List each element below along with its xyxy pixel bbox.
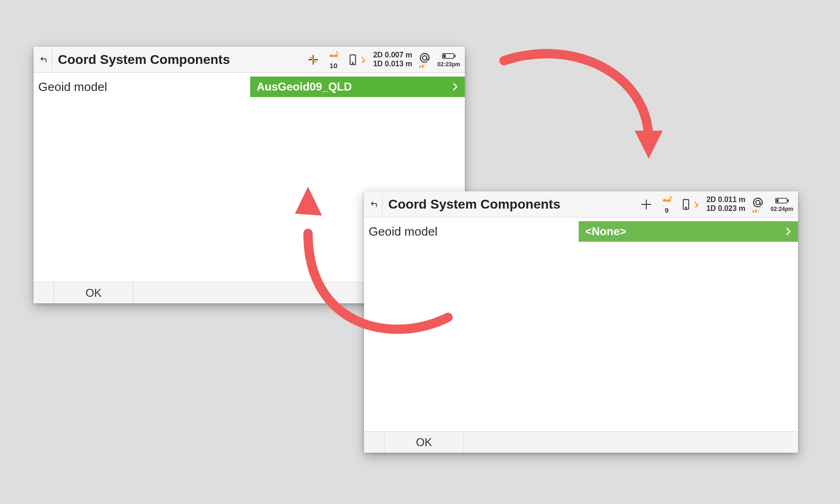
footer-spacer bbox=[34, 282, 54, 303]
status-bar: 9 2D 0.011 m 1D 0.023 m bbox=[638, 193, 793, 216]
geoid-model-picker[interactable]: AusGeoid09_QLD bbox=[250, 77, 465, 97]
battery-clock[interactable]: 02:24pm bbox=[770, 196, 793, 212]
precision-readout: 2D 0.011 m 1D 0.023 m bbox=[707, 196, 746, 213]
page-title: Coord System Components bbox=[388, 197, 560, 212]
svg-point-6 bbox=[423, 56, 427, 60]
page-title: Coord System Components bbox=[58, 52, 230, 67]
svg-rect-12 bbox=[443, 54, 445, 57]
back-button[interactable] bbox=[367, 194, 383, 215]
precision-1d: 1D 0.023 m bbox=[707, 204, 746, 213]
ok-button[interactable]: OK bbox=[385, 432, 464, 453]
chevron-right-icon bbox=[450, 82, 460, 92]
satellite-count: 10 bbox=[329, 62, 337, 70]
svg-rect-23 bbox=[787, 199, 789, 202]
precision-2d: 2D 0.011 m bbox=[707, 196, 746, 204]
radio-icon[interactable] bbox=[346, 49, 369, 71]
satellite-icon[interactable]: 10 bbox=[326, 49, 342, 71]
svg-rect-24 bbox=[776, 199, 778, 202]
precision-1d: 1D 0.013 m bbox=[373, 60, 413, 68]
svg-point-18 bbox=[756, 200, 760, 204]
footer-spacer bbox=[364, 432, 385, 453]
svg-rect-19 bbox=[753, 210, 755, 212]
at-icon[interactable] bbox=[417, 49, 433, 71]
chevron-right-icon bbox=[783, 226, 793, 237]
svg-rect-3 bbox=[332, 55, 335, 58]
geoid-model-label: Geoid model bbox=[369, 224, 579, 239]
svg-point-0 bbox=[312, 59, 314, 61]
footer-bar: OK bbox=[364, 431, 798, 453]
battery-clock[interactable]: 02:23pm bbox=[437, 52, 460, 68]
ok-button[interactable]: OK bbox=[54, 282, 133, 303]
svg-rect-21 bbox=[758, 209, 760, 213]
precision-2d: 2D 0.007 m bbox=[373, 51, 413, 59]
geoid-model-label: Geoid model bbox=[38, 80, 250, 94]
back-button[interactable] bbox=[36, 49, 52, 70]
svg-rect-15 bbox=[665, 199, 668, 203]
clock-text: 02:24pm bbox=[770, 206, 793, 212]
svg-rect-7 bbox=[420, 65, 421, 68]
status-bar: 10 2D 0.007 m 1D 0.013 m bbox=[305, 49, 460, 71]
header-bar: Coord System Components 9 bbox=[364, 191, 798, 217]
clock-text: 02:23pm bbox=[437, 61, 460, 68]
svg-rect-11 bbox=[454, 55, 455, 57]
svg-rect-8 bbox=[422, 64, 424, 68]
coord-panel-b: Coord System Components 9 bbox=[364, 191, 798, 453]
svg-rect-20 bbox=[755, 209, 757, 212]
svg-rect-9 bbox=[425, 64, 427, 68]
geoid-model-value: <None> bbox=[585, 225, 626, 238]
satellite-count: 9 bbox=[665, 206, 669, 214]
radio-icon[interactable] bbox=[679, 193, 702, 216]
geoid-model-value: AusGeoid09_QLD bbox=[257, 80, 352, 93]
svg-marker-25 bbox=[635, 131, 663, 159]
at-icon[interactable] bbox=[750, 193, 766, 216]
satellite-icon[interactable]: 9 bbox=[659, 193, 675, 216]
geoid-model-picker[interactable]: <None> bbox=[579, 221, 798, 242]
geoid-row: Geoid model <None> bbox=[364, 217, 798, 242]
target-icon[interactable] bbox=[305, 49, 321, 71]
header-bar: Coord System Components 10 bbox=[34, 47, 465, 73]
precision-readout: 2D 0.007 m 1D 0.013 m bbox=[373, 51, 413, 68]
svg-point-17 bbox=[686, 207, 686, 208]
svg-point-5 bbox=[352, 62, 353, 63]
geoid-row: Geoid model AusGeoid09_QLD bbox=[34, 73, 465, 97]
target-icon[interactable] bbox=[638, 193, 654, 216]
